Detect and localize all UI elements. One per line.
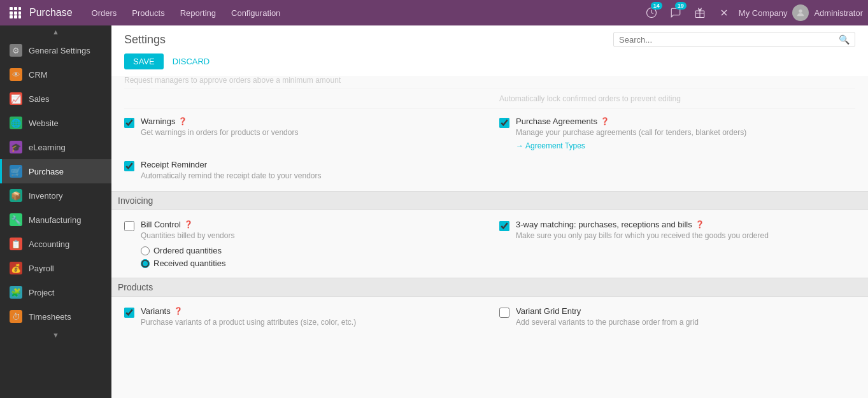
warnings-label: Warnings ❓	[141, 117, 480, 126]
three-way-matching-label: 3-way matching: purchases, receptions an…	[516, 220, 855, 229]
timesheets-icon: ⏱	[10, 310, 22, 323]
received-qty-radio[interactable]	[141, 259, 150, 268]
payroll-icon: 💰	[10, 262, 22, 274]
svg-rect-3	[10, 11, 13, 15]
receipt-reminder-checkbox-area	[124, 160, 134, 181]
sidebar-item-crm[interactable]: 👁 CRM	[0, 62, 111, 87]
variant-grid-entry-checkbox[interactable]	[499, 308, 509, 318]
nav-configuration[interactable]: Configuration	[225, 4, 287, 22]
warnings-checkbox[interactable]	[124, 118, 134, 128]
toolbar: SAVE DISCARD	[111, 51, 868, 76]
sidebar-scroll-up[interactable]: ▲	[0, 25, 111, 38]
ordered-qty-radio[interactable]	[141, 246, 150, 255]
topbar-right: 14 19 My Company Administrator	[642, 3, 863, 22]
variants-checkbox[interactable]	[124, 308, 134, 318]
products-settings: Variants ❓ Purchase variants of a produc…	[124, 306, 855, 328]
nav-reporting[interactable]: Reporting	[174, 4, 222, 22]
sidebar-item-inventory[interactable]: 📦 Inventory	[0, 183, 111, 208]
ordered-qty-radio-label[interactable]: Ordered quantities	[141, 246, 480, 255]
activity-icon-btn[interactable]: 14	[642, 3, 661, 22]
bill-control-text: Bill Control ❓ Quantities billed by vend…	[141, 220, 480, 269]
invoicing-settings: Bill Control ❓ Quantities billed by vend…	[124, 220, 855, 269]
variant-grid-entry-checkbox-area	[499, 306, 509, 328]
sidebar-item-purchase[interactable]: 🛒 Purchase	[0, 159, 111, 183]
warnings-help-icon[interactable]: ❓	[178, 117, 187, 125]
bill-control-desc: Quantities billed by vendors	[141, 231, 480, 241]
purchase-agreements-help-icon[interactable]: ❓	[601, 117, 609, 125]
sidebar-label-sales: Sales	[29, 94, 50, 104]
three-way-matching-checkbox[interactable]	[499, 221, 509, 231]
sales-icon: 📈	[10, 92, 22, 105]
purchase-agreements-text: Purchase Agreements ❓ Manage your purcha…	[516, 117, 855, 150]
warnings-checkbox-area	[124, 117, 134, 150]
bill-control-label: Bill Control ❓	[141, 220, 480, 229]
nav-products[interactable]: Products	[125, 4, 171, 22]
svg-rect-7	[14, 15, 17, 18]
setting-warnings: Warnings ❓ Get warnings in orders for pr…	[124, 117, 480, 150]
purchase-agreements-checkbox[interactable]	[499, 118, 509, 128]
setting-variant-grid-entry: Variant Grid Entry Add several variants …	[499, 306, 855, 328]
svg-point-13	[799, 10, 802, 13]
svg-rect-1	[14, 7, 17, 10]
received-qty-radio-label[interactable]: Received quantities	[141, 259, 480, 268]
accounting-icon: 📋	[10, 238, 22, 250]
discard-button[interactable]: DISCARD	[169, 53, 214, 69]
sidebar-item-accounting[interactable]: 📋 Accounting	[0, 232, 111, 256]
main-layout: ▲ ⚙ General Settings 👁 CRM 📈 Sales 🌐 Web…	[0, 25, 868, 398]
project-icon: 🧩	[10, 286, 22, 299]
sidebar-item-elearning[interactable]: 🎓 eLearning	[0, 135, 111, 159]
variants-help-icon[interactable]: ❓	[174, 307, 183, 315]
sidebar-item-timesheets[interactable]: ⏱ Timesheets	[0, 304, 111, 329]
top-nav: Orders Products Reporting Configuration	[85, 4, 642, 22]
website-icon: 🌐	[10, 117, 22, 129]
sidebar-item-manufacturing[interactable]: 🔧 Manufacturing	[0, 208, 111, 232]
sidebar-label-website: Website	[29, 118, 59, 128]
settings-scroll: Request managers to approve orders above…	[111, 76, 868, 398]
receipt-reminder-checkbox[interactable]	[124, 161, 134, 171]
bill-control-checkbox[interactable]	[124, 221, 134, 231]
page-title: Settings	[124, 33, 166, 46]
messages-icon-btn[interactable]: 19	[666, 3, 685, 22]
sidebar-label-accounting: Accounting	[29, 239, 69, 249]
svg-rect-8	[18, 15, 21, 18]
sidebar-label-crm: CRM	[29, 70, 48, 80]
content-area: Settings 🔍 SAVE DISCARD Request managers…	[111, 25, 868, 398]
avatar[interactable]	[792, 4, 809, 21]
three-way-matching-help-icon[interactable]: ❓	[695, 220, 704, 229]
agreement-types-link[interactable]: → Agreement Types	[516, 141, 585, 150]
sidebar-label-purchase: Purchase	[29, 167, 64, 176]
products-section-header: Products	[111, 278, 868, 297]
content-header: Settings 🔍	[111, 25, 868, 51]
receipt-reminder-desc: Automatically remind the receipt date to…	[141, 171, 480, 181]
gift-icon-btn[interactable]	[690, 3, 709, 22]
admin-name[interactable]: Administrator	[814, 8, 863, 18]
three-way-matching-text: 3-way matching: purchases, receptions an…	[516, 220, 855, 269]
faded-top-row-2: Automatically lock confirmed orders to p…	[124, 94, 855, 109]
sidebar-label-project: Project	[29, 288, 54, 297]
purchase-icon: 🛒	[10, 165, 22, 178]
search-input[interactable]	[619, 35, 839, 45]
svg-rect-5	[18, 11, 21, 15]
nav-orders[interactable]: Orders	[85, 4, 124, 22]
svg-rect-4	[14, 11, 17, 15]
sidebar-item-website[interactable]: 🌐 Website	[0, 111, 111, 135]
purchase-agreements-desc: Manage your purchase agreements (call fo…	[516, 127, 855, 138]
sidebar-item-payroll[interactable]: 💰 Payroll	[0, 256, 111, 280]
sidebar-scroll-down[interactable]: ▼	[0, 329, 111, 341]
sidebar-item-general-settings[interactable]: ⚙ General Settings	[0, 38, 111, 62]
sidebar-item-sales[interactable]: 📈 Sales	[0, 87, 111, 111]
search-wrapper: 🔍	[613, 32, 855, 47]
search-icon: 🔍	[839, 34, 850, 45]
sidebar-item-project[interactable]: 🧩 Project	[0, 280, 111, 304]
grid-menu-icon[interactable]	[5, 3, 25, 23]
warnings-text: Warnings ❓ Get warnings in orders for pr…	[141, 117, 480, 150]
bill-control-checkbox-area	[124, 220, 134, 269]
close-icon-btn[interactable]	[715, 3, 734, 22]
bill-control-help-icon[interactable]: ❓	[184, 220, 193, 229]
save-button[interactable]: SAVE	[124, 53, 164, 69]
company-name[interactable]: My Company	[739, 8, 788, 18]
three-way-matching-desc: Make sure you only pay bills for which y…	[516, 231, 855, 241]
elearning-icon: 🎓	[10, 141, 22, 153]
variant-grid-entry-label: Variant Grid Entry	[516, 306, 855, 316]
app-title: Purchase	[29, 7, 73, 18]
